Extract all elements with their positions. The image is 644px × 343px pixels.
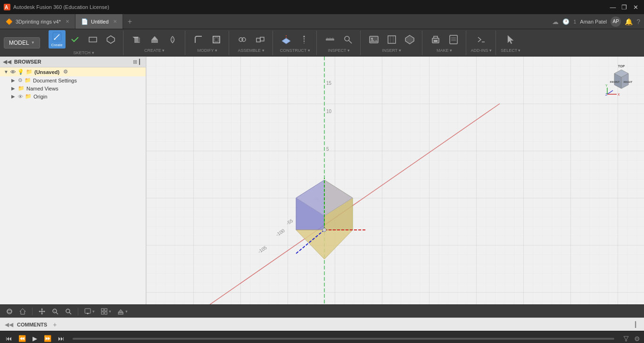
pan-button[interactable] — [36, 307, 48, 316]
browser-root-arrow: ▼ — [4, 69, 8, 74]
create-revolve-button[interactable] — [164, 33, 181, 46]
grid-settings-button[interactable]: ▾ — [99, 307, 113, 316]
construct-axis-button[interactable] — [296, 33, 313, 46]
browser-named-views-arrow: ▶ — [11, 86, 16, 91]
finish-sketch-button[interactable] — [66, 33, 83, 47]
comments-collapse-right[interactable]: ▎ — [635, 321, 639, 328]
browser-named-views-item[interactable]: ▶ 📁 Named Views — [0, 84, 146, 92]
version-icon[interactable]: 🕐 — [562, 18, 570, 25]
inspect-measure-button[interactable] — [322, 33, 339, 46]
assemble-group-label: ASSEMBLE ▾ — [238, 48, 264, 53]
viewport[interactable]: -100 -105 -75 -55 15 10 5 — [146, 57, 644, 304]
browser-origin-item[interactable]: ▶ 👁 📁 Origin — [0, 92, 146, 100]
timeline-start-button[interactable]: ⏮ — [4, 334, 14, 343]
view-style-button[interactable]: ▾ — [115, 307, 130, 316]
timeline-prev-button[interactable]: ⏪ — [17, 334, 28, 343]
settings-button[interactable]: ⚙ — [634, 335, 640, 343]
create-sketch-label: Create — [51, 43, 63, 47]
svg-rect-100 — [118, 312, 123, 314]
make-buttons — [427, 33, 462, 46]
browser-root-item[interactable]: ▼ 👁 💡 📁 (Unsaved) ⚙ — [0, 67, 146, 76]
tab-3dprinting[interactable]: 🔶 3Dprinting rings v4* ✕ — [0, 14, 75, 29]
addins-group-label: ADD-INS ▾ — [471, 48, 492, 53]
svg-point-65 — [322, 228, 326, 232]
browser-collapse-icon[interactable]: ▎ — [139, 59, 143, 65]
browser-doc-settings-item[interactable]: ▶ ⚙ 📁 Document Settings — [0, 76, 146, 84]
create-extrude-button[interactable] — [146, 33, 163, 46]
inspect-measure-icon — [325, 34, 335, 45]
browser-named-views-label: Named Views — [26, 86, 58, 91]
create-box-button[interactable] — [128, 33, 145, 46]
construct-plane-button[interactable] — [278, 33, 295, 46]
notifications-icon[interactable]: 🔔 — [625, 18, 633, 25]
svg-text:RIGHT: RIGHT — [624, 81, 633, 83]
close-button[interactable]: ✕ — [631, 2, 640, 12]
tab-untitled-close[interactable]: ✕ — [113, 19, 117, 24]
svg-text:10: 10 — [326, 109, 332, 114]
browser-expand-icon[interactable]: ⊞ — [133, 59, 137, 65]
orbit-button[interactable] — [4, 307, 15, 316]
create-sketch-button[interactable]: Create — [49, 30, 66, 49]
comments-add-icon[interactable]: + — [53, 321, 57, 328]
tab-untitled[interactable]: 📄 Untitled ✕ — [75, 14, 123, 29]
make-print-button[interactable] — [427, 33, 444, 46]
browser-eye-icon: 👁 — [10, 69, 16, 75]
modify-buttons — [190, 33, 225, 46]
view-style-icon — [117, 308, 124, 315]
tab-add-button[interactable]: + — [123, 14, 136, 29]
timeline-next-button[interactable]: ⏩ — [42, 334, 53, 343]
sketch-poly-button[interactable] — [102, 33, 119, 46]
browser-settings-gear-icon[interactable]: ⚙ — [63, 69, 68, 75]
svg-marker-83 — [41, 308, 43, 310]
insert-canvas-button[interactable] — [383, 33, 400, 46]
modify-fillet-button[interactable] — [190, 33, 207, 46]
insert-image-button[interactable] — [365, 33, 382, 46]
svg-rect-18 — [260, 37, 264, 41]
insert-decal-button[interactable] — [401, 33, 418, 46]
svg-text:TOP: TOP — [618, 65, 625, 68]
zoom-fit-button[interactable]: + — [50, 307, 61, 316]
title-bar: A Autodesk Fusion 360 (Education License… — [0, 0, 644, 14]
insert-decal-icon — [405, 34, 415, 45]
display-settings-button[interactable]: ▾ — [82, 307, 97, 316]
assemble-comp-button[interactable] — [252, 33, 269, 46]
comments-collapse-left[interactable]: ◀◀ — [5, 321, 13, 328]
timeline-end-button[interactable]: ⏭ — [56, 334, 66, 343]
modify-shell-button[interactable] — [208, 33, 225, 46]
addins-buttons — [473, 33, 490, 46]
view-cube[interactable]: TOP FRONT RIGHT Z X Y — [603, 60, 640, 98]
browser-named-views-folder-icon: 📁 — [18, 85, 25, 91]
assemble-joint-button[interactable] — [234, 33, 251, 46]
zoom-window-button[interactable] — [63, 307, 74, 316]
view-style-dropdown-arrow: ▾ — [125, 309, 128, 314]
svg-marker-86 — [44, 310, 45, 312]
construct-buttons — [278, 33, 313, 46]
help-icon[interactable]: ? — [636, 18, 640, 25]
home-button[interactable] — [17, 307, 28, 316]
browser-controls: ⊞ ▎ — [133, 59, 143, 65]
bottom-toolbar: + ▾ ▾ ▾ — [0, 304, 644, 318]
make-drawing-button[interactable] — [445, 33, 462, 46]
maximize-button[interactable]: ❐ — [619, 2, 629, 12]
timeline-filter-button[interactable] — [621, 335, 631, 343]
grid-dropdown-arrow: ▾ — [109, 309, 111, 314]
svg-rect-92 — [85, 309, 91, 313]
model-dropdown[interactable]: MODEL ▼ — [4, 37, 40, 49]
separator-1 — [32, 308, 33, 315]
inspect-other-button[interactable] — [339, 33, 356, 46]
construct-group: CONSTRUCT ▾ — [274, 31, 317, 55]
title-bar-controls: — ❐ ✕ — [608, 2, 640, 12]
sketch-rect-button[interactable] — [84, 33, 101, 46]
cloud-save-icon[interactable]: ☁ — [552, 18, 559, 25]
tab-3dprinting-close[interactable]: ✕ — [66, 19, 69, 24]
addins-scripts-button[interactable] — [473, 33, 490, 46]
toolbar: MODEL ▼ Create — [0, 29, 644, 57]
tab-untitled-icon: 📄 — [81, 18, 88, 25]
minimize-button[interactable]: — — [608, 2, 618, 12]
browser-root-label: (Unsaved) — [34, 69, 59, 75]
svg-marker-85 — [39, 310, 40, 312]
select-button[interactable] — [502, 33, 519, 46]
svg-rect-23 — [326, 39, 334, 41]
browser-collapse-button[interactable]: ◀◀ — [3, 58, 11, 65]
timeline-play-button[interactable]: ▶ — [31, 334, 39, 343]
